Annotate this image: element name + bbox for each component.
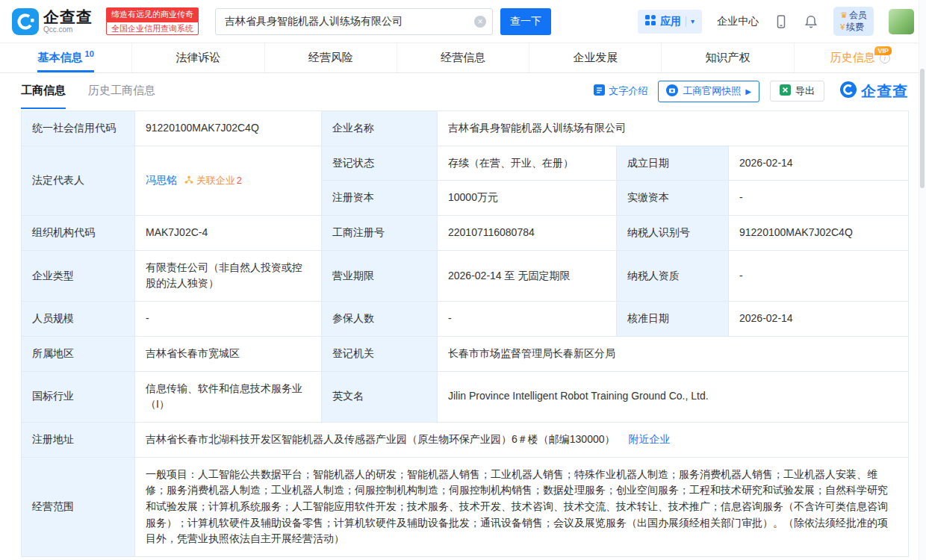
excel-icon: [780, 84, 791, 98]
table-row: 统一社会信用代码 91220100MAK7J02C4Q 企业名称 吉林省具身智能…: [22, 111, 909, 146]
reg-authority-label: 登记机关: [322, 336, 438, 371]
address-text: 吉林省长春市北湖科技开发区智能机器人及传感器产业园（原生物环保产业园）6＃楼（邮…: [146, 433, 615, 445]
apps-divider: [686, 16, 686, 27]
company-type-label: 企业类型: [22, 250, 135, 301]
credit-code-label: 统一社会信用代码: [22, 111, 135, 146]
subtab-business-info[interactable]: 工商信息: [21, 73, 66, 109]
apps-menu-button[interactable]: 应用 ▾: [638, 10, 702, 34]
crown-icon: ♛: [840, 10, 848, 19]
search-box: ×: [215, 8, 493, 35]
camera-icon: [666, 84, 678, 99]
export-button[interactable]: 导出: [770, 81, 824, 102]
qcc-logo[interactable]: 企查查 Qcc.com: [12, 8, 93, 35]
table-row: 企业类型 有限责任公司（非自然人投资或控股的法人独资） 营业期限 2026-02…: [22, 250, 909, 301]
address-label: 注册地址: [22, 422, 135, 457]
table-row: 注册地址 吉林省长春市北湖科技开发区智能机器人及传感器产业园（原生物环保产业园）…: [22, 422, 909, 457]
chevron-down-icon: ▾: [691, 17, 694, 25]
vip-member-label: 会员: [849, 10, 867, 20]
tab-label: 知识产权: [706, 51, 751, 65]
export-label: 导出: [795, 84, 815, 98]
notification-bell-icon[interactable]: [804, 14, 818, 29]
credit-code-value: 91220100MAK7J02C4Q: [135, 111, 322, 146]
legal-rep-label: 法定代表人: [22, 146, 135, 215]
related-companies-tag[interactable]: 关联企业2: [184, 175, 242, 186]
related-companies-count: 2: [237, 175, 242, 186]
reg-status-value: 存续（在营、开业、在册）: [438, 146, 617, 181]
enterprise-center-link[interactable]: 企业中心: [717, 15, 759, 28]
table-row: 组织机构代码 MAK7J02C-4 工商注册号 220107116080784 …: [22, 216, 909, 251]
tab-operation-info[interactable]: 经营信息: [397, 43, 529, 72]
tab-label: 法律诉讼: [175, 51, 220, 65]
user-avatar[interactable]: [889, 9, 914, 34]
subtab-history-business-info[interactable]: 历史工商信息: [88, 73, 155, 109]
vip-membership-button[interactable]: ♛会员 ¥续费: [833, 7, 874, 36]
industry-label: 国标行业: [22, 371, 135, 422]
scrollbar-thumb[interactable]: [920, 69, 925, 188]
slogan-line1: 缔造有远见的商业传奇: [106, 7, 199, 22]
tab-label: 基本信息: [38, 51, 83, 65]
reg-number-value: 220107116080784: [438, 216, 617, 251]
taxpayer-quality-label: 纳税人资质: [617, 250, 729, 301]
logo-cn-text: 企查查: [43, 9, 93, 25]
clear-search-icon[interactable]: ×: [474, 16, 486, 28]
related-companies-label: 关联企业: [196, 175, 235, 186]
tab-count-badge: 10: [85, 49, 94, 58]
top-header: 企查查 Qcc.com 缔造有远见的商业传奇 全国企业信用查询系统 × 查一下 …: [0, 0, 926, 43]
business-scope-value: 一般项目：人工智能公共数据平台；智能机器人的研发；智能机器人销售；工业机器人销售…: [135, 457, 909, 556]
industry-value: 信息传输、软件和信息技术服务业（I）: [135, 371, 322, 422]
approval-date-label: 核准日期: [617, 302, 729, 337]
paid-capital-label: 实缴资本: [617, 181, 729, 216]
english-name-value: Jilin Province Intelligent Robot Trainin…: [438, 371, 909, 422]
legal-rep-value: 冯思铭 关联企业2: [135, 146, 322, 215]
org-code-label: 组织机构代码: [22, 216, 135, 251]
tab-label: 经营信息: [441, 51, 485, 65]
tab-intellectual-property[interactable]: 知识产权: [661, 43, 793, 72]
tab-legal-litigation[interactable]: 法律诉讼: [131, 43, 264, 72]
search-button[interactable]: 查一下: [500, 8, 551, 35]
tab-label: 企业发展: [573, 51, 618, 65]
snapshot-label: 工商官网快照: [683, 84, 741, 98]
text-intro-button[interactable]: 文字介绍: [594, 84, 647, 98]
taxpayer-quality-value: -: [729, 250, 909, 301]
document-icon: [594, 84, 605, 98]
search-input[interactable]: [215, 8, 493, 35]
approval-date-value: 2026-02-14: [729, 302, 909, 337]
nearby-companies-link[interactable]: 附近企业: [629, 433, 671, 445]
establish-date-label: 成立日期: [617, 146, 729, 181]
staff-size-label: 人员规模: [22, 302, 135, 337]
brand-slogan: 缔造有远见的商业传奇 全国企业信用查询系统: [106, 7, 199, 36]
staff-size-value: -: [135, 302, 322, 337]
business-info-table: 统一社会信用代码 91220100MAK7J02C4Q 企业名称 吉林省具身智能…: [21, 111, 909, 557]
insured-count-value: -: [438, 302, 617, 337]
qcc-mini-text: 企查查: [861, 81, 908, 102]
mobile-app-icon[interactable]: [774, 14, 789, 29]
paid-capital-value: -: [729, 181, 909, 216]
table-row: 国标行业 信息传输、软件和信息技术服务业（I） 英文名 Jilin Provin…: [22, 371, 909, 422]
table-row: 所属地区 吉林省长春市宽城区 登记机关 长春市市场监督管理局长春新区分局: [22, 336, 909, 371]
address-value: 吉林省长春市北湖科技开发区智能机器人及传感器产业园（原生物环保产业园）6＃楼（邮…: [135, 422, 909, 457]
table-row: 法定代表人 冯思铭 关联企业2 登记状态 存续（在营、开业、在册） 成立日期 2…: [22, 146, 909, 181]
business-scope-label: 经营范围: [22, 457, 135, 556]
text-intro-label: 文字介绍: [609, 84, 647, 98]
org-code-value: MAK7J02C-4: [135, 216, 322, 251]
tab-company-development[interactable]: 企业发展: [529, 43, 661, 72]
vip-member-row: ♛会员: [840, 10, 867, 22]
taxpayer-id-label: 纳税人识别号: [617, 216, 729, 251]
scrollbar[interactable]: [919, 0, 926, 560]
insured-count-label: 参保人数: [322, 302, 438, 337]
slogan-line2: 全国企业信用查询系统: [106, 22, 199, 36]
vip-badge: VIP: [874, 46, 892, 55]
sub-actions: 文字介绍 工商官网快照 ▶ 导出 企查查: [594, 81, 908, 102]
business-term-label: 营业期限: [322, 250, 438, 301]
tab-history-info[interactable]: 历史信息 VIP i: [794, 43, 926, 72]
tab-label: 经营风险: [308, 51, 353, 65]
tab-basic-info[interactable]: 基本信息 10: [0, 43, 131, 72]
reg-capital-label: 注册资本: [322, 181, 438, 216]
reg-capital-value: 10000万元: [438, 181, 617, 216]
coin-icon: ¥: [840, 22, 845, 31]
official-snapshot-button[interactable]: 工商官网快照 ▶: [658, 81, 759, 102]
tab-operation-risk[interactable]: 经营风险: [264, 43, 397, 72]
qcc-logo-icon: [12, 8, 39, 35]
company-name-value: 吉林省具身智能机器人训练场有限公司: [438, 111, 909, 146]
legal-rep-link[interactable]: 冯思铭: [146, 174, 177, 186]
